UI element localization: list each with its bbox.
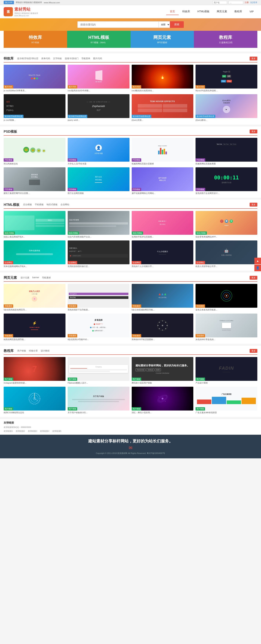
hero-elements[interactable]: 网页元素 8PSD素材 (131, 31, 194, 48)
elem-item-8[interactable]: Chilleurs Lo-fi Coffee 灰色钟针带蓝色 导航素材 灰色的钟… (195, 314, 257, 341)
html-item-4[interactable]: 🛒 💬 ❤ LALA 响应式模板 综合零售商城网站APP... (195, 211, 257, 238)
effects-item-8[interactable]: jQuery酷动页面效果 ▶ 提示框/浮动层/弹出层 jQuery酷动... (195, 94, 257, 122)
effects-thumb-8: jQuery酷动页面效果 ▶ 提示框/浮动层/弹出层 (195, 94, 257, 118)
tut-item-2[interactable]: Company 用户体验 Flipboard酷酷人设计... (68, 357, 129, 384)
tag-design-tut[interactable]: 设计教程 (41, 349, 50, 352)
tag-img[interactable]: 图片代码 (93, 57, 102, 60)
tag-tooltip[interactable]: 提示框/浮动层/弹出层 (17, 57, 38, 60)
hero-effects[interactable]: 特效库 8个特效 (4, 31, 67, 48)
psd-item-3[interactable]: steps counter PSD模板 机械类网站页面分层素材 (132, 138, 193, 165)
elem-item-6[interactable]: 多项选择 我偷梦了？ 计打一段，从那天始， 如果你日满了， (68, 314, 129, 341)
friend-link-3[interactable]: 友情链接3 (28, 430, 37, 432)
effects-more[interactable]: 更多 (250, 57, 257, 60)
psd-item-1[interactable]: 🐸 🐸 🐸 🐸 PSD模板 简洁风格标志站 (4, 138, 66, 165)
tag-responsive[interactable]: 响应式模板 (47, 203, 58, 206)
nav-html[interactable]: HTML模板 (194, 8, 213, 15)
html-item-3[interactable]: ★★★★☆ 用户评论 响应式模板 实用的手机评论页面模... (132, 211, 193, 238)
elem-item-4[interactable]: 导航素材 蓝色立体发光的导航菜... (195, 284, 257, 311)
login-link[interactable]: 注册 (245, 1, 249, 4)
friend-link-5[interactable]: 友情链接5 (52, 430, 62, 432)
psd-more[interactable]: 更多 (250, 130, 257, 134)
tag-banner[interactable]: banner (32, 276, 39, 279)
hero-elements-title: 网页元素 (134, 34, 190, 40)
tag-text[interactable]: 文字特效 (53, 57, 62, 60)
tag-enterprise[interactable]: 企业网站 (61, 203, 69, 206)
tut-item-6[interactable]: 关于用户体验 用户体验 关于用户体验的UI共... (68, 387, 129, 414)
elem-item-8-title: 灰色的钟针带蓝色的... (195, 338, 257, 341)
friend-link-2[interactable]: 友情链接2 (16, 430, 25, 432)
nav-effects[interactable]: 特效库 (179, 8, 194, 15)
tag-ux[interactable]: 用户体验 (17, 349, 26, 352)
elem-item-3[interactable]: 5款立体导航 导航素材 5款立体质感的网页导航... (132, 284, 193, 311)
friend-link-4[interactable]: 友情链接4 (40, 430, 49, 432)
hero-html[interactable]: HTML模板 8个模板（html） (67, 31, 131, 48)
password-input[interactable] (228, 1, 243, 4)
search-select[interactable]: 全部 特效 模板 素材 教程 (158, 21, 170, 28)
psd-item-8[interactable]: 00:00:11 蓝色医疗企业 PSD模板 蓝色的医疗企业网页设计... (195, 167, 257, 195)
html-item-2[interactable]: 综合汽车销售 响应式模板 综合汽车销售保险平台业... (68, 211, 129, 238)
logo-text: 素材秀站 需要设计师脱粉致力量素材库 www.98sucai.com (14, 6, 38, 17)
tag-nav[interactable]: 导航菜单 (81, 57, 90, 60)
elem-item-7[interactable]: 导航素材 简单的iOS手机页面图标... (132, 314, 193, 341)
tag-backend[interactable]: 后台模板 (23, 203, 32, 206)
tag-badge: 企业网站 (132, 261, 141, 264)
nav-tutorials[interactable]: 教程库 (231, 8, 246, 15)
tut-item-4[interactable]: FADIN 用户体验 产品设计测例 (195, 357, 257, 384)
header: 素 素材秀站 需要设计师脱粉致力量素材库 www.98sucai.com 首页 … (0, 5, 261, 18)
effects-item-1[interactable]: MacOS Style 图片代码 js css3仿MacOS苹果系... (4, 65, 66, 92)
nav-vip[interactable]: VIP (246, 8, 257, 15)
nav-elements[interactable]: 网页元素 (213, 8, 231, 15)
tag-mobile[interactable]: 手机模板 (35, 203, 44, 206)
html-more[interactable]: 更多 (250, 203, 257, 206)
effects-item-4[interactable]: Toggle ⬛ On Off Flat Play 图片代码 纯css3句选美化… (195, 65, 257, 92)
friend-link-1[interactable]: 友情链接1 (4, 430, 13, 432)
tut-item-5[interactable]: 用户体验 精用CSS继续用法总结 (4, 387, 66, 414)
elem-item-2[interactable]: Navigation 黑色导航 导航素材 黑色的渐折下拉导航菜... (68, 284, 129, 311)
tag-badge: 用户体验 (132, 378, 141, 381)
vip-button[interactable]: 加入VIP (4, 1, 14, 4)
tag-experience[interactable]: 经验分享 (29, 349, 38, 352)
tag-nav-elem[interactable]: 导航素材 (42, 276, 51, 279)
html-thumb-8: 🤖 机器人培训学校 企业网站 (195, 240, 257, 264)
html-item-5-title: 简单优惠商城网站手机A... (4, 265, 66, 268)
html-item-6[interactable]: 话是为的人 你也不应了，妹子！ ♫ 好好的 以你行 企业网站 实用的游加国外旅行… (68, 240, 129, 268)
qq-login[interactable]: QQ登录 (250, 1, 257, 4)
hero-tutorials[interactable]: 教程库 11篇教程文档 (194, 31, 257, 48)
elem-item-5-title: 精美的网页面包屑导航... (4, 338, 66, 341)
effects-item-3[interactable]: 🔥 图片代码 css3酷炫的火焰黑洞动... (132, 65, 193, 92)
html-title: HTML模板 (4, 202, 20, 207)
tag-form[interactable]: 表单代码 (41, 57, 50, 60)
tut-item-1[interactable]: 7 用户体验 Instagram速度快的快捷... (4, 357, 66, 384)
effects-item-2[interactable]: 3D Book 图片代码 css3旋风吹动3D书本翻... (68, 65, 129, 92)
search-input[interactable] (77, 21, 158, 28)
scroll-up-button[interactable]: ▲ (254, 258, 261, 264)
effects-item-7[interactable]: TEM HOVER EFFECTS 提示框/浮动层/弹出层 jQuery页面..… (132, 94, 193, 122)
psd-item-5[interactable]: 建筑集团官方网站 PSD模板 建筑工集团官网PSD分层量... (4, 167, 66, 195)
psd-item-2[interactable]: 👤 大学生专题 PSD模板 大学生人活/手机专题 (68, 138, 129, 165)
elements-more[interactable]: 更多 (250, 276, 257, 280)
psd-item-7[interactable]: 扁平化铣屏网络公司 PSD模板 扁平化铣屏网络公司网站... (132, 167, 193, 195)
tut-item-7[interactable]: 用户体验 回忆：腾讯小花应用... (132, 387, 193, 414)
tut-item-3[interactable]: 建站素材分享标杆网站，更好的为站长们服务。 Horizontal Vertica… (132, 357, 193, 384)
tut-thumb-7: 用户体验 (132, 387, 193, 410)
search-button[interactable]: 搜索 (170, 21, 184, 28)
username-input[interactable] (212, 1, 227, 4)
elem-item-5[interactable]: ⚡ ROBOT HEAD 导航素材 精美的网页面包屑导航... (4, 314, 66, 341)
tag-design-elem[interactable]: 设计元素 (21, 276, 29, 279)
html-item-5[interactable]: 简单优惠商城 企业网站 简单优惠商城网站手机A... (4, 240, 66, 268)
hero-effects-sub: 8个特效 (7, 41, 64, 44)
html-item-8[interactable]: 🤖 机器人培训学校 企业网站 机器人培训学校公司手... (195, 240, 257, 268)
html-item-7[interactable]: 个人介绍展示 企业网站 黑色的个人介绍展示手... (132, 240, 193, 268)
tut-item-8[interactable]: 广告文案类型 用户体验 广告文案的4种表现类型 (195, 387, 257, 414)
tag-tabs[interactable]: 选项卡/滚动门 (65, 57, 79, 60)
user-button[interactable]: 👤 (254, 265, 261, 271)
html-item-1[interactable]: 扭扭上 响应式模板 扭扭上食品商城手机A... (4, 211, 66, 238)
psd-item-4[interactable]: Tab One Tab Two Tab Three PSD模板 机械类网站页面效… (195, 138, 257, 165)
effects-item-6[interactable]: — 00 IN CREATION — Zephaniah 5:17 提示框/浮动… (68, 94, 129, 122)
elem-item-3-title: 5款立体质感的网页导航... (132, 308, 193, 311)
tutorials-more[interactable]: 更多 (250, 349, 257, 353)
effects-item-5[interactable]: 首页 关于我们 产品中心 提示框/浮动层/弹出层 js css3镜像... (4, 94, 66, 122)
psd-item-6[interactable]: 医疗企业 网页模板 PSD模板 医疗企业网页模板 (68, 167, 129, 195)
nav-home[interactable]: 首页 (166, 8, 179, 15)
elem-item-1[interactable]: 积私乃人找升 工作力量 🌸 导航素材 5款优美风格彩色网页导... (4, 284, 66, 311)
